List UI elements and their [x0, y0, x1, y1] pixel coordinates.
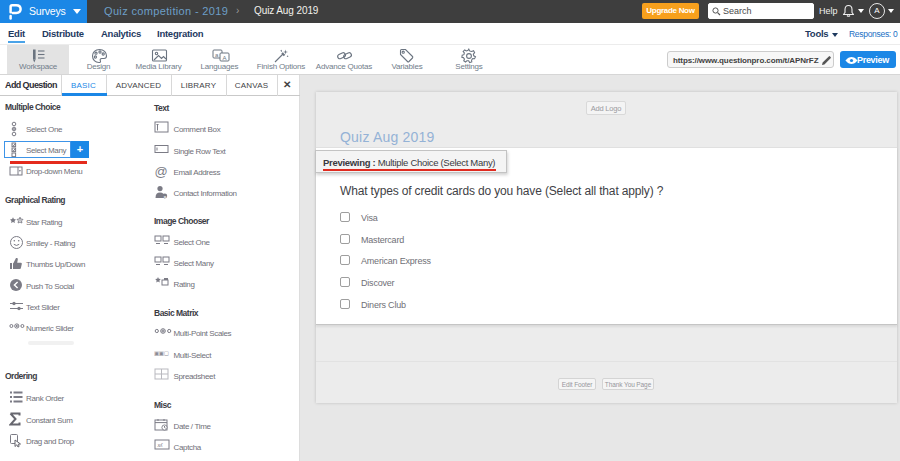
svg-text:A: A [222, 55, 226, 61]
svg-text:@: @ [155, 164, 168, 178]
svg-text:xʎ: xʎ [156, 442, 163, 448]
svg-text:▣▣▢: ▣▣▢ [154, 349, 169, 355]
svg-text:a: a [215, 52, 219, 58]
